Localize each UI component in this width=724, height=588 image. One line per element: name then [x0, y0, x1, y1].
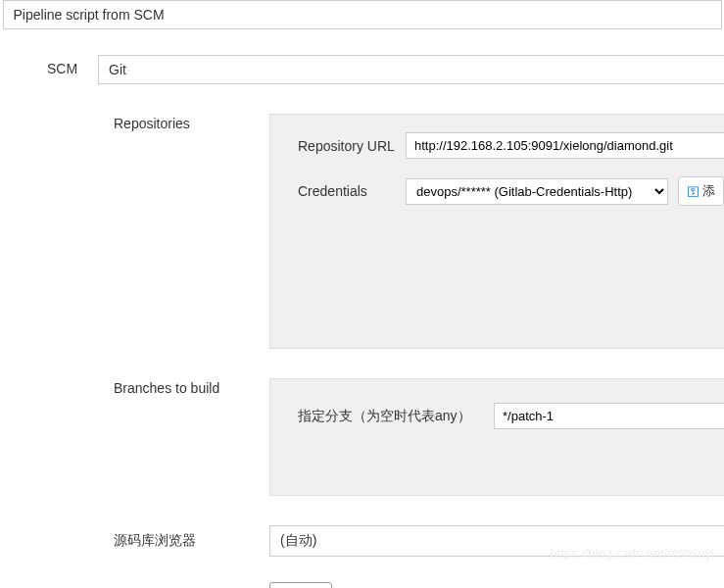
- scm-label: SCM: [0, 55, 98, 84]
- repositories-section: Repositories Repository URL Credentials …: [0, 114, 724, 349]
- branch-spec-input[interactable]: [494, 403, 724, 429]
- add-credentials-button[interactable]: ⚿ 添: [678, 176, 724, 206]
- scm-row: SCM Git: [0, 55, 724, 84]
- browser-value: (自动): [280, 532, 316, 548]
- branches-panel: 指定分支（为空时代表any）: [269, 378, 724, 496]
- browser-select[interactable]: (自动): [269, 525, 724, 557]
- browser-row: 源码库浏览器 (自动): [0, 525, 724, 557]
- branch-spec-row: 指定分支（为空时代表any）: [270, 403, 724, 429]
- scm-value: Git: [109, 62, 126, 77]
- browser-label: 源码库浏览器: [0, 532, 269, 550]
- add-credentials-label: 添: [702, 182, 715, 200]
- credentials-label: Credentials: [298, 183, 406, 199]
- repositories-label: Repositories: [0, 114, 269, 349]
- scm-select[interactable]: Git: [98, 55, 724, 84]
- repo-url-input[interactable]: [406, 132, 724, 159]
- branches-section: Branches to build 指定分支（为空时代表any）: [0, 378, 724, 496]
- branch-spec-label: 指定分支（为空时代表any）: [298, 408, 494, 425]
- definition-select[interactable]: Pipeline script from SCM: [3, 0, 722, 29]
- branches-label: Branches to build: [0, 378, 269, 496]
- add-behaviour-button[interactable]: 新增 ▼: [269, 582, 332, 588]
- behaviours-row: Additional Behaviours 新增 ▼: [0, 582, 724, 588]
- credentials-row: Credentials devops/****** (Gitlab-Creden…: [270, 176, 724, 206]
- repo-url-label: Repository URL: [298, 138, 406, 154]
- credentials-select[interactable]: devops/****** (Gitlab-Credentials-Http): [406, 178, 668, 205]
- repositories-panel: Repository URL Credentials devops/******…: [269, 114, 724, 349]
- repo-url-row: Repository URL: [270, 132, 724, 159]
- key-icon: ⚿: [687, 184, 700, 199]
- definition-value: Pipeline script from SCM: [14, 7, 165, 23]
